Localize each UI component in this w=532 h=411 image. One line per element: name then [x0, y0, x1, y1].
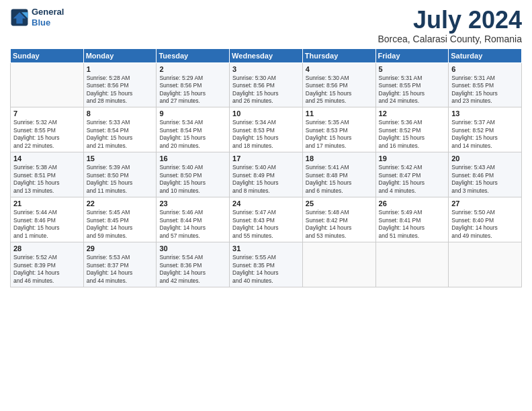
day-info: Sunrise: 5:42 AM Sunset: 8:47 PM Dayligh… — [379, 164, 446, 195]
calendar-cell: 9Sunrise: 5:34 AM Sunset: 8:54 PM Daylig… — [157, 107, 230, 152]
calendar-cell: 14Sunrise: 5:38 AM Sunset: 8:51 PM Dayli… — [11, 152, 84, 197]
day-number: 22 — [87, 199, 154, 208]
calendar-week-3: 14Sunrise: 5:38 AM Sunset: 8:51 PM Dayli… — [11, 152, 522, 197]
logo-icon — [10, 8, 29, 27]
calendar-cell: 3Sunrise: 5:30 AM Sunset: 8:56 PM Daylig… — [230, 62, 303, 107]
day-info: Sunrise: 5:40 AM Sunset: 8:50 PM Dayligh… — [159, 164, 226, 195]
day-info: Sunrise: 5:41 AM Sunset: 8:48 PM Dayligh… — [306, 164, 373, 195]
day-info: Sunrise: 5:36 AM Sunset: 8:52 PM Dayligh… — [379, 119, 446, 150]
calendar-cell: 13Sunrise: 5:37 AM Sunset: 8:52 PM Dayli… — [449, 107, 522, 152]
calendar-cell — [375, 242, 449, 287]
day-info: Sunrise: 5:46 AM Sunset: 8:44 PM Dayligh… — [159, 209, 226, 240]
day-info: Sunrise: 5:33 AM Sunset: 8:54 PM Dayligh… — [87, 119, 154, 150]
day-info: Sunrise: 5:39 AM Sunset: 8:50 PM Dayligh… — [87, 164, 154, 195]
calendar-cell: 30Sunrise: 5:54 AM Sunset: 8:36 PM Dayli… — [157, 242, 230, 287]
day-number: 2 — [159, 65, 226, 73]
day-number: 6 — [451, 65, 519, 73]
calendar-week-4: 21Sunrise: 5:44 AM Sunset: 8:46 PM Dayli… — [11, 197, 522, 242]
day-number: 4 — [306, 65, 373, 73]
logo-text: General Blue — [32, 7, 64, 28]
day-info: Sunrise: 5:47 AM Sunset: 8:43 PM Dayligh… — [232, 209, 300, 240]
day-number: 26 — [379, 199, 446, 208]
day-number: 15 — [87, 154, 154, 163]
calendar-cell — [302, 242, 375, 287]
day-info: Sunrise: 5:49 AM Sunset: 8:41 PM Dayligh… — [379, 209, 446, 240]
day-info: Sunrise: 5:34 AM Sunset: 8:54 PM Dayligh… — [159, 119, 226, 150]
calendar-cell: 28Sunrise: 5:52 AM Sunset: 8:39 PM Dayli… — [11, 242, 84, 287]
day-number: 18 — [306, 154, 373, 163]
day-number: 11 — [306, 109, 373, 118]
calendar-week-2: 7Sunrise: 5:32 AM Sunset: 8:55 PM Daylig… — [11, 107, 522, 152]
day-number: 30 — [159, 244, 226, 253]
day-number: 10 — [232, 109, 300, 118]
day-number: 7 — [13, 109, 81, 118]
calendar-header: SundayMondayTuesdayWednesdayThursdayFrid… — [11, 48, 522, 62]
day-info: Sunrise: 5:31 AM Sunset: 8:55 PM Dayligh… — [451, 75, 519, 105]
day-number: 12 — [379, 109, 446, 118]
day-number: 20 — [451, 154, 519, 163]
calendar-cell: 12Sunrise: 5:36 AM Sunset: 8:52 PM Dayli… — [375, 107, 449, 152]
calendar-table: SundayMondayTuesdayWednesdayThursdayFrid… — [10, 48, 522, 287]
calendar-cell: 23Sunrise: 5:46 AM Sunset: 8:44 PM Dayli… — [157, 197, 230, 242]
day-number: 1 — [87, 65, 154, 73]
calendar-cell: 21Sunrise: 5:44 AM Sunset: 8:46 PM Dayli… — [11, 197, 84, 242]
calendar-cell: 17Sunrise: 5:40 AM Sunset: 8:49 PM Dayli… — [230, 152, 303, 197]
calendar-cell: 31Sunrise: 5:55 AM Sunset: 8:35 PM Dayli… — [230, 242, 303, 287]
calendar-cell: 10Sunrise: 5:34 AM Sunset: 8:53 PM Dayli… — [230, 107, 303, 152]
day-number: 31 — [232, 244, 300, 253]
day-info: Sunrise: 5:48 AM Sunset: 8:42 PM Dayligh… — [306, 209, 373, 240]
day-info: Sunrise: 5:50 AM Sunset: 8:40 PM Dayligh… — [451, 209, 519, 240]
day-number: 8 — [87, 109, 154, 118]
calendar-cell: 2Sunrise: 5:29 AM Sunset: 8:56 PM Daylig… — [157, 62, 230, 107]
logo: General Blue — [10, 7, 64, 28]
day-info: Sunrise: 5:29 AM Sunset: 8:56 PM Dayligh… — [159, 75, 226, 105]
day-info: Sunrise: 5:38 AM Sunset: 8:51 PM Dayligh… — [13, 164, 81, 195]
calendar-week-5: 28Sunrise: 5:52 AM Sunset: 8:39 PM Dayli… — [11, 242, 522, 287]
calendar-cell: 16Sunrise: 5:40 AM Sunset: 8:50 PM Dayli… — [157, 152, 230, 197]
day-number: 27 — [451, 199, 519, 208]
day-info: Sunrise: 5:34 AM Sunset: 8:53 PM Dayligh… — [232, 119, 300, 150]
weekday-header-monday: Monday — [83, 48, 157, 62]
day-number: 23 — [159, 199, 226, 208]
calendar-cell — [11, 62, 84, 107]
calendar-cell: 22Sunrise: 5:45 AM Sunset: 8:45 PM Dayli… — [83, 197, 157, 242]
weekday-row: SundayMondayTuesdayWednesdayThursdayFrid… — [11, 48, 522, 62]
weekday-header-thursday: Thursday — [302, 48, 375, 62]
day-info: Sunrise: 5:45 AM Sunset: 8:45 PM Dayligh… — [87, 209, 154, 240]
day-number: 17 — [232, 154, 300, 163]
weekday-header-friday: Friday — [375, 48, 449, 62]
day-number: 29 — [87, 244, 154, 253]
day-number: 25 — [306, 199, 373, 208]
day-number: 9 — [159, 109, 226, 118]
header: General Blue July 2024 Borcea, Calarasi … — [10, 7, 522, 44]
day-number: 19 — [379, 154, 446, 163]
calendar-cell: 19Sunrise: 5:42 AM Sunset: 8:47 PM Dayli… — [375, 152, 449, 197]
subtitle: Borcea, Calarasi County, Romania — [378, 34, 522, 44]
title-block: July 2024 Borcea, Calarasi County, Roman… — [378, 7, 522, 44]
weekday-header-saturday: Saturday — [449, 48, 522, 62]
calendar-cell — [449, 242, 522, 287]
day-number: 21 — [13, 199, 81, 208]
weekday-header-wednesday: Wednesday — [230, 48, 303, 62]
day-info: Sunrise: 5:40 AM Sunset: 8:49 PM Dayligh… — [232, 164, 300, 195]
day-info: Sunrise: 5:52 AM Sunset: 8:39 PM Dayligh… — [13, 254, 81, 285]
day-info: Sunrise: 5:28 AM Sunset: 8:56 PM Dayligh… — [87, 75, 154, 105]
day-info: Sunrise: 5:37 AM Sunset: 8:52 PM Dayligh… — [451, 119, 519, 150]
calendar-cell: 7Sunrise: 5:32 AM Sunset: 8:55 PM Daylig… — [11, 107, 84, 152]
day-info: Sunrise: 5:32 AM Sunset: 8:55 PM Dayligh… — [13, 119, 81, 150]
calendar-cell: 26Sunrise: 5:49 AM Sunset: 8:41 PM Dayli… — [375, 197, 449, 242]
calendar-page: General Blue July 2024 Borcea, Calarasi … — [0, 0, 532, 411]
calendar-cell: 20Sunrise: 5:43 AM Sunset: 8:46 PM Dayli… — [449, 152, 522, 197]
day-number: 13 — [451, 109, 519, 118]
calendar-cell: 5Sunrise: 5:31 AM Sunset: 8:55 PM Daylig… — [375, 62, 449, 107]
weekday-header-sunday: Sunday — [11, 48, 84, 62]
calendar-cell: 29Sunrise: 5:53 AM Sunset: 8:37 PM Dayli… — [83, 242, 157, 287]
calendar-body: 1Sunrise: 5:28 AM Sunset: 8:56 PM Daylig… — [11, 62, 522, 287]
calendar-cell: 15Sunrise: 5:39 AM Sunset: 8:50 PM Dayli… — [83, 152, 157, 197]
calendar-cell: 1Sunrise: 5:28 AM Sunset: 8:56 PM Daylig… — [83, 62, 157, 107]
day-number: 3 — [232, 65, 300, 73]
day-info: Sunrise: 5:43 AM Sunset: 8:46 PM Dayligh… — [451, 164, 519, 195]
calendar-cell: 4Sunrise: 5:30 AM Sunset: 8:56 PM Daylig… — [302, 62, 375, 107]
weekday-header-tuesday: Tuesday — [157, 48, 230, 62]
day-number: 24 — [232, 199, 300, 208]
